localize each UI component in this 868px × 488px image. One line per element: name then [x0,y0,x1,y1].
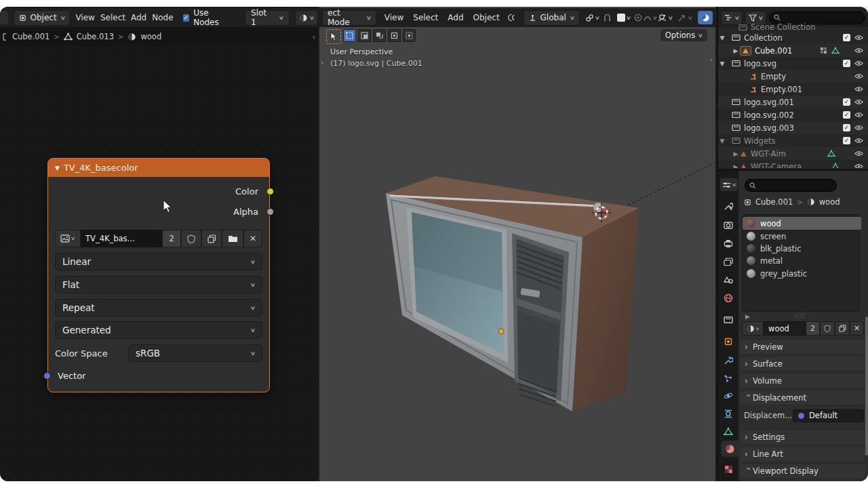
outliner-row-empty[interactable]: Empty [718,70,868,83]
panel-volume[interactable]: ›Volume [741,374,865,388]
slot-metal[interactable]: metal [743,254,861,267]
tab-tool[interactable] [719,198,737,214]
menu-add[interactable]: Add [448,8,463,27]
mode-dropdown[interactable]: ect Mode ∨ [322,10,376,26]
scrollbar[interactable] [865,317,868,455]
tab-material-active[interactable] [721,441,738,457]
editor-type-button[interactable] [0,11,8,24]
select-subtract-button[interactable] [373,29,386,42]
viewport-3d[interactable]: ect Mode ∨ View Select Add Object Global… [319,7,715,481]
outliner-row-collection[interactable]: ▼ Collection ✓ [718,31,868,44]
outliner-search-input[interactable] [769,12,865,24]
exclude-checkbox[interactable]: ✓ [843,124,850,131]
select-box-button[interactable] [343,29,356,42]
exclude-checkbox[interactable]: ✓ [843,137,850,144]
expand-icon[interactable]: ▼ [718,138,726,144]
outliner-row-empty001[interactable]: Empty.001 [718,83,868,96]
alpha-output-socket[interactable] [267,208,274,216]
color-output-socket[interactable] [267,188,274,195]
extension-dropdown[interactable]: Repeat∨ [55,299,262,317]
expand-icon[interactable]: ▶ [732,150,740,157]
gizmos-icon[interactable] [677,14,687,22]
eye-icon[interactable] [854,35,863,41]
tab-output[interactable] [719,235,737,251]
eye-icon[interactable] [854,125,863,131]
tab-physics[interactable] [719,388,737,404]
crumb-object[interactable]: Cube.001 [12,32,50,41]
image-browse-button[interactable]: ∨ [295,10,318,26]
exclude-checkbox[interactable]: ✓ [843,34,850,41]
image-datablock-browse[interactable]: ∨ [55,230,81,247]
source-dropdown[interactable]: Generated∨ [55,321,262,339]
exclude-checkbox[interactable]: ✓ [843,111,850,119]
outliner-row-logosvg[interactable]: ▼ logo.svg ✓ [718,57,868,70]
select-extend-button[interactable] [358,29,371,42]
menu-view[interactable]: View [75,8,94,27]
tab-collection[interactable] [719,312,737,328]
eye-icon[interactable] [854,47,863,54]
outliner-row-logosvg001[interactable]: logo.svg.001 ✓ [718,96,868,108]
eye-icon[interactable] [854,60,863,66]
menu-node[interactable]: Node [152,8,173,27]
material-name-field[interactable]: wood [764,321,806,336]
exclude-checkbox[interactable]: ✓ [843,98,850,106]
menu-select[interactable]: Select [413,8,438,27]
crumb-object[interactable]: Cube.001 [755,197,793,207]
crumb-material[interactable]: wood [819,197,840,207]
panel-settings[interactable]: ›Settings [741,430,865,444]
tab-render[interactable] [719,217,737,233]
displacement-dropdown[interactable]: Default [793,409,864,422]
object-mode-dropdown[interactable]: Object ∨ [14,10,71,26]
expand-icon[interactable]: ▼ [718,35,726,41]
menu-object[interactable]: Object [473,8,500,27]
outliner-row[interactable]: Scene Collection [718,23,868,31]
proportional-falloff-group[interactable]: ∨ ∨ [617,14,658,22]
proportional-editing-icon[interactable] [508,13,517,22]
eye-icon[interactable] [854,99,863,105]
tab-object-data[interactable] [719,423,737,439]
tweak-tool-button[interactable] [326,29,341,44]
crumb-mesh[interactable]: Cube.013 [77,32,114,41]
outliner-row-cube001[interactable]: ▶ Cube.001 [718,44,868,57]
tv-model[interactable] [319,7,715,481]
outliner-row-wgt-aim[interactable]: ▶ WGT-Aim [718,147,868,160]
tab-texture[interactable] [719,461,737,477]
expand-icon[interactable]: ▶ [732,47,740,54]
collapse-sidebar-icon[interactable]: ‹ [710,56,713,64]
eye-icon[interactable] [854,86,863,92]
collapse-node-icon[interactable]: ▼ [55,165,60,171]
tab-object[interactable] [719,333,737,350]
open-image-button[interactable] [222,230,243,247]
tab-constraints[interactable] [719,405,737,422]
tab-view-layer[interactable] [719,253,737,270]
expand-specials-icon[interactable]: ▶ [745,313,750,320]
new-image-button[interactable] [201,230,222,247]
menu-view[interactable]: View [384,8,403,27]
color-space-dropdown[interactable]: sRGB∨ [128,344,262,362]
slot-blk-plastic[interactable]: blk_plastic [743,242,861,255]
outliner-row-logosvg002[interactable]: logo.svg.002 ✓ [718,108,868,121]
tab-world[interactable] [719,290,737,306]
expand-icon[interactable]: ▼ [718,60,726,67]
slot-wood[interactable]: wood [743,217,861,230]
image-texture-node[interactable]: ▼ TV_4K_basecolor Color Alpha ∨ TV_4K_ba… [47,158,270,392]
panel-viewport-display[interactable]: ›Viewport Display [741,464,865,478]
collapse-region-icon[interactable]: ‹ [313,33,315,41]
viewport-shading-material-button[interactable] [698,11,713,24]
select-invert-button[interactable] [388,29,401,42]
menu-select[interactable]: Select [100,8,125,27]
expand-region-icon[interactable]: › [321,58,323,67]
panel-preview[interactable]: ›Preview [741,340,865,354]
eye-icon[interactable] [854,73,863,79]
slot-dropdown[interactable]: Slot 1 ∨ [245,10,290,26]
panel-surface[interactable]: ›Surface [741,357,865,371]
outliner-row-logosvg003[interactable]: logo.svg.003 ✓ [718,121,868,134]
fake-user-shield-button[interactable] [181,230,201,247]
panel-displacement[interactable]: ›Displacement [741,391,865,405]
menu-add[interactable]: Add [131,8,146,27]
unlink-image-button[interactable]: ✕ [243,230,262,247]
grip-handle[interactable]: :::: [794,312,805,319]
projection-dropdown[interactable]: Flat∨ [55,276,262,293]
users-count-button[interactable]: 2 [806,321,820,336]
users-count-button[interactable]: 2 [162,230,181,247]
